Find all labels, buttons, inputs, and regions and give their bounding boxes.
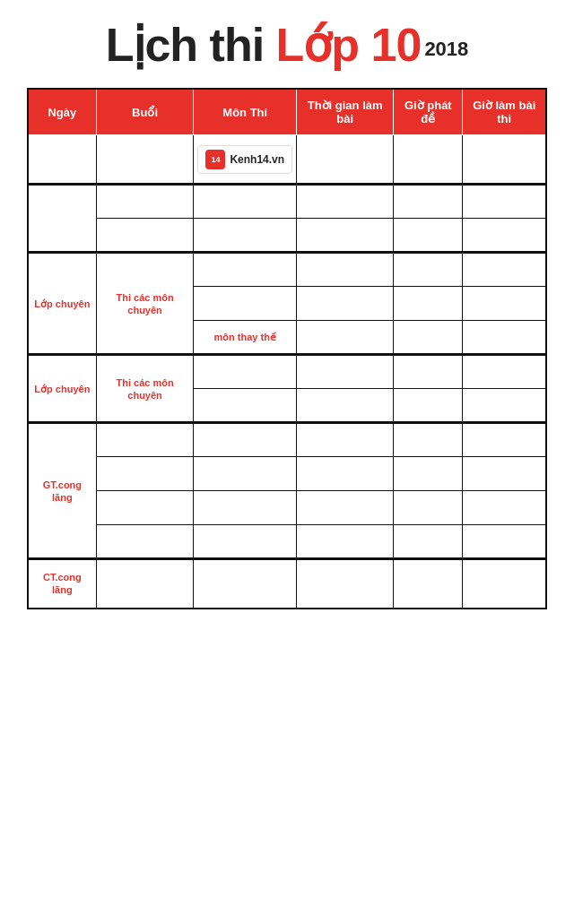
- title-year: 2018: [424, 38, 468, 60]
- cell-mon-5d: [194, 525, 297, 559]
- watermark-text: Kenh14.vn: [230, 153, 284, 166]
- header-ngay: Ngày: [28, 89, 96, 135]
- cell-mon-3c: môn thay thế: [194, 321, 297, 355]
- header-thoi-gian: Thời gian làm bài: [297, 89, 394, 135]
- cell-tg-4a: [297, 355, 394, 389]
- cell-mon-4a: [194, 355, 297, 389]
- watermark: 14 Kenh14.vn: [197, 145, 292, 174]
- gt-cong-lang-label-1: GT.cong lãng: [43, 479, 82, 503]
- header-gio-phat: Giờ phát đề: [394, 89, 463, 135]
- cell-ngay-2: [28, 185, 96, 253]
- cell-gp-4a: [394, 355, 463, 389]
- cell-gp-3b: [394, 287, 463, 321]
- cell-ngay-5: GT.cong lãng: [28, 423, 96, 559]
- cell-ngay-1: [28, 135, 96, 185]
- cell-gp-6: [394, 559, 463, 609]
- cell-gp-4b: [394, 389, 463, 423]
- table-row: [28, 185, 546, 219]
- cell-tg-6: [297, 559, 394, 609]
- cell-gp-1: [394, 135, 463, 185]
- cell-gp-5a: [394, 423, 463, 457]
- cell-tg-5b: [297, 457, 394, 491]
- table-row: [28, 457, 546, 491]
- cell-gl-3c: [463, 321, 546, 355]
- cell-mon-2a: [194, 185, 297, 219]
- table-row: [28, 491, 546, 525]
- cell-mon-4b: [194, 389, 297, 423]
- ct-cong-lang-label: CT.cong lãng: [43, 572, 82, 595]
- header-buoi: Buổi: [96, 89, 194, 135]
- cell-mon-2b: [194, 219, 297, 253]
- table-row: Lớp chuyên Thi các môn chuyên: [28, 253, 546, 287]
- table-row: Lớp chuyên Thi các môn chuyên: [28, 355, 546, 389]
- lop-chuyen-label-1: Lớp chuyên: [34, 298, 90, 309]
- title-prefix: Lịch thi: [106, 19, 276, 71]
- cell-gl-5b: [463, 457, 546, 491]
- cell-gl-1: [463, 135, 546, 185]
- cell-gl-6: [463, 559, 546, 609]
- cell-mon-6: [194, 559, 297, 609]
- cell-mon-1: 14 Kenh14.vn: [194, 135, 297, 185]
- cell-buoi-2b: [96, 219, 194, 253]
- cell-tg-4b: [297, 389, 394, 423]
- cell-gp-2b: [394, 219, 463, 253]
- table-row: CT.cong lãng: [28, 559, 546, 609]
- cell-tg-3a: [297, 253, 394, 287]
- header-gio-lam: Giờ làm bài thi: [463, 89, 546, 135]
- cell-buoi-1: [96, 135, 194, 185]
- cell-gp-3c: [394, 321, 463, 355]
- cell-mon-5b: [194, 457, 297, 491]
- cell-gl-5c: [463, 491, 546, 525]
- cell-gl-5d: [463, 525, 546, 559]
- mon-thay-the-label: môn thay thế: [214, 332, 276, 342]
- cell-gl-2a: [463, 185, 546, 219]
- cell-buoi-2a: [96, 185, 194, 219]
- cell-gp-5c: [394, 491, 463, 525]
- cell-buoi-6: [96, 559, 194, 609]
- cell-tg-2b: [297, 219, 394, 253]
- table-row: GT.cong lãng: [28, 423, 546, 457]
- thi-cac-mon-label-2: Thi các môn chuyên: [116, 377, 173, 401]
- cell-gl-3a: [463, 253, 546, 287]
- cell-gl-4b: [463, 389, 546, 423]
- cell-tg-3c: [297, 321, 394, 355]
- cell-buoi-5a: [96, 423, 194, 457]
- cell-gp-2a: [394, 185, 463, 219]
- cell-mon-5c: [194, 491, 297, 525]
- cell-gp-5d: [394, 525, 463, 559]
- table-row: [28, 525, 546, 559]
- cell-buoi-4: Thi các môn chuyên: [96, 355, 194, 423]
- cell-buoi-5b: [96, 457, 194, 491]
- cell-tg-5d: [297, 525, 394, 559]
- watermark-icon: 14: [205, 150, 225, 169]
- schedule-table: Ngày Buổi Môn Thi Thời gian làm bài Giờ …: [27, 88, 547, 609]
- header-mon-thi: Môn Thi: [194, 89, 297, 135]
- cell-tg-1: [297, 135, 394, 185]
- cell-tg-5a: [297, 423, 394, 457]
- table-row: 14 Kenh14.vn: [28, 135, 546, 185]
- cell-mon-3b: [194, 287, 297, 321]
- cell-ngay-3: Lớp chuyên: [28, 253, 96, 355]
- title-highlight: Lớp 10: [276, 19, 422, 71]
- lop-chuyen-label-2: Lớp chuyên: [34, 384, 90, 394]
- cell-mon-5a: [194, 423, 297, 457]
- cell-gp-5b: [394, 457, 463, 491]
- thi-cac-mon-label-1: Thi các môn chuyên: [116, 292, 173, 315]
- cell-buoi-5d: [96, 525, 194, 559]
- cell-tg-2a: [297, 185, 394, 219]
- cell-gp-3a: [394, 253, 463, 287]
- cell-gl-3b: [463, 287, 546, 321]
- cell-gl-5a: [463, 423, 546, 457]
- table-row: [28, 219, 546, 253]
- cell-mon-3a: [194, 253, 297, 287]
- cell-tg-5c: [297, 491, 394, 525]
- cell-buoi-5c: [96, 491, 194, 525]
- table-header-row: Ngày Buổi Môn Thi Thời gian làm bài Giờ …: [28, 89, 546, 135]
- cell-ngay-6: CT.cong lãng: [28, 559, 96, 609]
- page-title-area: Lịch thi Lớp 102018: [27, 18, 547, 72]
- cell-ngay-4: Lớp chuyên: [28, 355, 96, 423]
- cell-gl-4a: [463, 355, 546, 389]
- cell-gl-2b: [463, 219, 546, 253]
- cell-tg-3b: [297, 287, 394, 321]
- cell-buoi-3: Thi các môn chuyên: [96, 253, 194, 355]
